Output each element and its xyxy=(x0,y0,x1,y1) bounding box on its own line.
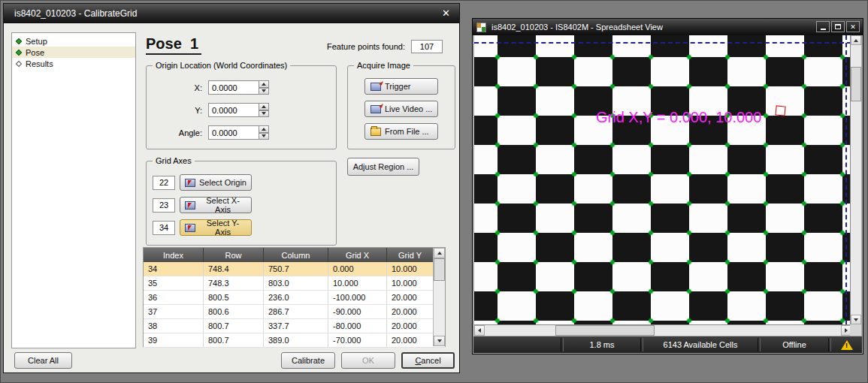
scroll-down-button[interactable] xyxy=(434,336,445,346)
maximize-icon xyxy=(835,24,841,29)
camera-icon xyxy=(370,105,381,113)
cancel-label-rest: ancel xyxy=(421,356,440,365)
angle-value: 0.0000 xyxy=(209,128,237,137)
minimize-icon xyxy=(821,29,826,30)
table-row[interactable]: 38 800.7 337.7 -80.000 20.000 xyxy=(144,319,445,333)
table-row[interactable]: 35 748.3 803.0 10.000 10.000 xyxy=(144,276,445,291)
table-row[interactable]: 36 800.5 236.0 -100.000 20.000 xyxy=(144,291,445,305)
cell-grid-x: 10.000 xyxy=(328,276,387,290)
dashed-line-vertical xyxy=(845,35,847,324)
arrow-right-icon xyxy=(845,328,848,333)
arrow-left-icon xyxy=(478,328,481,333)
scrollbar-thumb[interactable] xyxy=(555,325,655,336)
cancel-button[interactable]: Cancel xyxy=(401,352,455,369)
calibrategrid-body: Setup Pose Results Pose 1 Feature points… xyxy=(4,23,459,372)
arrow-down-icon xyxy=(262,134,266,137)
x-axis-index-input[interactable]: 23 xyxy=(153,198,175,213)
select-x-axis-button[interactable]: Select X-Axis xyxy=(180,197,252,213)
scroll-left-button[interactable] xyxy=(474,325,485,336)
horizontal-scrollbar[interactable] xyxy=(474,324,851,336)
angle-label: Angle: xyxy=(156,128,202,137)
clear-all-button[interactable]: Clear All xyxy=(14,352,72,369)
selected-point-marker-icon xyxy=(775,105,785,116)
group-title: Acquire Image xyxy=(354,61,413,70)
spinner-up-button[interactable] xyxy=(259,80,269,88)
button-label: Trigger xyxy=(385,82,410,91)
calibrategrid-titlebar[interactable]: is8402_010203 - CalibrateGrid ✕ xyxy=(4,4,459,23)
cell-index: 35 xyxy=(144,276,204,290)
cell-grid-y: 10.000 xyxy=(387,262,433,276)
step-list: Setup Pose Results xyxy=(11,32,136,348)
spinner-down-button[interactable] xyxy=(259,110,269,118)
window-title: is8402_010203 - IS8402M - Spreadsheet Vi… xyxy=(491,23,663,32)
feature-points-label: Feature points found: xyxy=(327,42,405,51)
cell-row: 748.4 xyxy=(204,262,264,276)
folder-icon xyxy=(370,128,381,136)
origin-index-input[interactable]: 22 xyxy=(153,176,175,190)
dashed-line-horizontal xyxy=(474,42,851,44)
cell-column: 389.0 xyxy=(264,333,328,347)
trigger-button[interactable]: Trigger xyxy=(364,78,438,95)
spinner-down-button[interactable] xyxy=(259,133,269,140)
table-row[interactable]: 34 748.4 750.7 0.000 10.000 xyxy=(144,262,445,276)
arrow-up-icon xyxy=(262,105,266,108)
spinner-down-button[interactable] xyxy=(259,88,269,95)
select-origin-button[interactable]: Select Origin xyxy=(180,174,252,191)
vertical-scrollbar[interactable] xyxy=(850,35,861,324)
close-icon[interactable]: ✕ xyxy=(442,8,450,19)
maximize-button[interactable] xyxy=(831,21,845,32)
close-button[interactable]: ✕ xyxy=(846,21,860,32)
table-row[interactable]: 39 800.7 389.0 -70.000 20.000 xyxy=(144,333,445,348)
green-diamond-icon xyxy=(16,38,22,44)
calibrate-button[interactable]: Calibrate xyxy=(281,352,335,369)
app-icon xyxy=(476,23,486,32)
cell-grid-x: -70.000 xyxy=(328,333,387,347)
y-axis-index-input[interactable]: 34 xyxy=(153,221,175,235)
x-input[interactable]: 0.0000 xyxy=(208,80,259,95)
live-video-button[interactable]: Live Video ... xyxy=(364,101,438,117)
cell-index: 39 xyxy=(144,333,204,347)
pointer-icon xyxy=(185,224,195,232)
arrow-down-icon xyxy=(854,318,858,321)
sidebar-item-setup[interactable]: Setup xyxy=(12,35,135,47)
angle-field-row: Angle: 0.0000 xyxy=(156,125,269,140)
spinner-up-button[interactable] xyxy=(259,103,269,110)
ok-button[interactable]: OK xyxy=(341,352,395,369)
cell-grid-y: 20.000 xyxy=(387,319,433,333)
cell-grid-y: 20.000 xyxy=(387,333,433,347)
cell-column: 803.0 xyxy=(264,276,328,290)
button-label: Select Origin xyxy=(199,178,246,187)
sidebar-item-pose[interactable]: Pose xyxy=(12,47,135,58)
button-label: From File ... xyxy=(385,127,429,136)
column-header: Grid X xyxy=(328,248,387,262)
scroll-down-button[interactable] xyxy=(851,315,861,324)
angle-input[interactable]: 0.0000 xyxy=(208,125,259,140)
status-warning[interactable]: ! xyxy=(832,336,862,353)
calibrategrid-window: is8402_010203 - CalibrateGrid ✕ Setup Po… xyxy=(3,3,460,373)
select-y-axis-button[interactable]: Select Y-Axis xyxy=(180,219,252,236)
x-stepper xyxy=(259,80,269,95)
warning-exclamation: ! xyxy=(845,342,848,349)
arrow-up-icon xyxy=(437,252,442,255)
cell-grid-x: -100.000 xyxy=(328,291,387,304)
cell-index: 38 xyxy=(144,319,204,333)
scrollbar-thumb[interactable] xyxy=(434,258,445,281)
calibration-grid-image[interactable]: Grid X,Y = 0.000, 10.000 xyxy=(474,35,851,324)
scroll-up-button[interactable] xyxy=(851,35,861,45)
from-file-button[interactable]: From File ... xyxy=(364,123,438,140)
hollow-diamond-icon xyxy=(16,60,22,66)
table-header: Index Row Column Grid X Grid Y xyxy=(144,248,445,262)
sidebar-item-results[interactable]: Results xyxy=(12,58,135,69)
table-row[interactable]: 37 800.6 286.7 -90.000 20.000 xyxy=(144,305,445,319)
cell-grid-y: 20.000 xyxy=(387,305,433,318)
spreadsheet-titlebar[interactable]: is8402_010203 - IS8402M - Spreadsheet Vi… xyxy=(473,19,863,35)
cell-index: 37 xyxy=(144,305,204,318)
adjust-region-button[interactable]: Adjust Region ... xyxy=(347,158,419,176)
table-scrollbar[interactable] xyxy=(433,248,445,346)
sidebar-item-label: Setup xyxy=(26,37,47,46)
y-input[interactable]: 0.0000 xyxy=(208,103,259,117)
spinner-up-button[interactable] xyxy=(259,125,269,133)
minimize-button[interactable] xyxy=(816,21,830,32)
scrollbar-thumb[interactable] xyxy=(851,67,861,101)
scroll-up-button[interactable] xyxy=(434,248,445,258)
